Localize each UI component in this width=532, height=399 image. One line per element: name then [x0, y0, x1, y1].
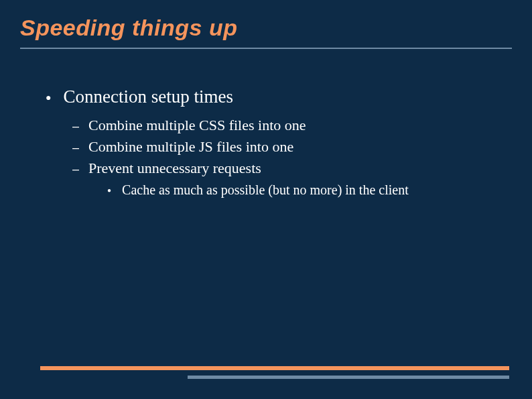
level3-text: Cache as much as possible (but no more) … [122, 182, 409, 198]
bullet-level1: ● Connection setup times [46, 87, 512, 107]
bullet-level2: – Prevent unnecessary requests [72, 160, 512, 177]
level1-text: Connection setup times [63, 87, 232, 107]
bullet-level2: – Combine multiple JS files into one [72, 138, 512, 156]
dash-bullet-icon: – [72, 119, 79, 133]
level2-text: Combine multiple JS files into one [88, 138, 293, 156]
level3-list: ● Cache as much as possible (but no more… [72, 182, 512, 198]
disc-bullet-icon: ● [107, 186, 111, 194]
footer-line-orange [40, 366, 509, 370]
bullet-level2: – Combine multiple CSS files into one [72, 117, 512, 134]
footer-line-blue [188, 376, 509, 379]
slide: Speeding things up ● Connection setup ti… [0, 0, 532, 198]
level2-list: – Combine multiple CSS files into one – … [46, 117, 512, 198]
footer-decoration [40, 366, 509, 379]
level2-text: Combine multiple CSS files into one [88, 117, 306, 134]
level2-text: Prevent unnecessary requests [88, 160, 261, 177]
slide-title: Speeding things up [20, 15, 512, 41]
title-underline [20, 48, 512, 49]
dash-bullet-icon: – [72, 162, 79, 176]
disc-bullet-icon: ● [46, 93, 51, 103]
bullet-level3: ● Cache as much as possible (but no more… [107, 182, 512, 198]
dash-bullet-icon: – [72, 141, 79, 155]
slide-content: ● Connection setup times – Combine multi… [20, 87, 512, 198]
